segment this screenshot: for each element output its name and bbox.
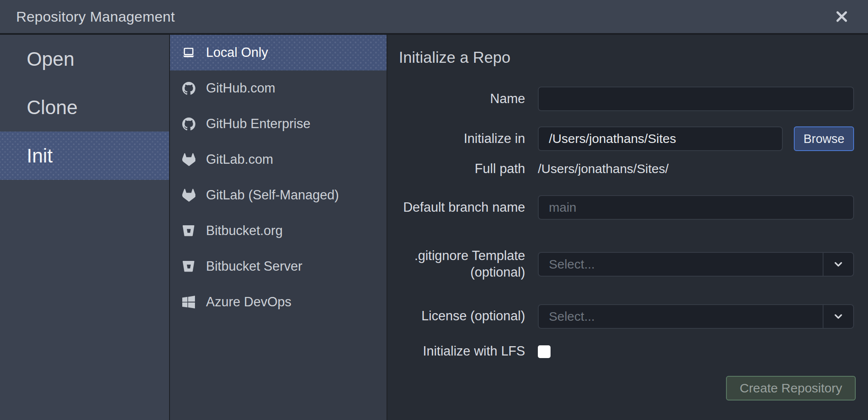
initialize-in-label: Initialize in bbox=[399, 131, 525, 147]
provider-item-bitbucket-server[interactable]: Bitbucket Server bbox=[170, 249, 387, 284]
chevron-down-icon bbox=[823, 305, 853, 328]
github-icon bbox=[182, 81, 195, 95]
name-input[interactable] bbox=[538, 87, 854, 111]
chevron-down-icon bbox=[823, 253, 853, 276]
github-icon bbox=[182, 117, 195, 131]
create-repository-button[interactable]: Create Repository bbox=[726, 376, 856, 400]
gitignore-label: .gitignore Template (optional) bbox=[399, 248, 525, 281]
license-label: License (optional) bbox=[399, 308, 525, 325]
provider-label: Local Only bbox=[206, 45, 268, 60]
nav-item-clone-label: Clone bbox=[27, 96, 78, 119]
provider-label: Azure DevOps bbox=[206, 294, 292, 310]
left-nav: Open Clone Init bbox=[0, 35, 170, 420]
provider-item-local-only[interactable]: Local Only bbox=[170, 35, 387, 70]
default-branch-row: Default branch name bbox=[399, 195, 856, 220]
provider-label: GitHub.com bbox=[206, 81, 275, 96]
close-icon[interactable] bbox=[832, 7, 851, 26]
gitignore-select-value: Select... bbox=[549, 257, 595, 272]
initialize-in-row: Initialize in Browse bbox=[399, 126, 856, 151]
gitignore-row: .gitignore Template (optional) Select... bbox=[399, 248, 856, 281]
full-path-row: Full path /Users/jonathans/Sites/ bbox=[399, 160, 856, 178]
provider-label: GitHub Enterprise bbox=[206, 116, 310, 132]
license-row: License (optional) Select... bbox=[399, 304, 856, 329]
license-select[interactable]: Select... bbox=[538, 304, 854, 329]
provider-item-github-enterprise[interactable]: GitHub Enterprise bbox=[170, 106, 387, 142]
lfs-label: Initialize with LFS bbox=[399, 343, 525, 360]
repository-management-dialog: Repository Management Open Clone Init bbox=[0, 0, 868, 420]
browse-button[interactable]: Browse bbox=[794, 126, 854, 151]
default-branch-input[interactable] bbox=[538, 195, 854, 220]
nav-item-init[interactable]: Init bbox=[0, 132, 169, 180]
lfs-row: Initialize with LFS bbox=[399, 343, 856, 360]
laptop-icon bbox=[182, 46, 195, 59]
provider-item-gitlab-com[interactable]: GitLab.com bbox=[170, 142, 387, 177]
provider-label: GitLab.com bbox=[206, 152, 273, 167]
gitignore-select[interactable]: Select... bbox=[538, 252, 854, 277]
bitbucket-icon bbox=[182, 224, 195, 238]
full-path-value: /Users/jonathans/Sites/ bbox=[538, 162, 668, 176]
license-select-value: Select... bbox=[549, 309, 595, 324]
lfs-checkbox[interactable] bbox=[538, 345, 551, 358]
nav-item-clone[interactable]: Clone bbox=[0, 83, 169, 132]
nav-item-open-label: Open bbox=[27, 48, 75, 70]
name-row: Name bbox=[399, 87, 856, 111]
panel-title: Initialize a Repo bbox=[399, 48, 856, 68]
initialize-in-input[interactable] bbox=[538, 126, 783, 151]
submit-row: Create Repository bbox=[399, 376, 856, 400]
provider-item-bitbucket-org[interactable]: Bitbucket.org bbox=[170, 213, 387, 249]
provider-item-azure-devops[interactable]: Azure DevOps bbox=[170, 284, 387, 320]
nav-item-open[interactable]: Open bbox=[0, 35, 169, 83]
provider-item-gitlab-self-managed[interactable]: GitLab (Self-Managed) bbox=[170, 177, 387, 213]
gitlab-icon bbox=[182, 188, 195, 202]
provider-label: Bitbucket.org bbox=[206, 223, 283, 238]
dialog-body: Open Clone Init Local Only bbox=[0, 35, 868, 420]
provider-list: Local Only GitHub.com GitHub Enterprise bbox=[170, 35, 387, 420]
nav-item-init-label: Init bbox=[27, 144, 53, 167]
dialog-titlebar: Repository Management bbox=[0, 0, 868, 35]
provider-label: GitLab (Self-Managed) bbox=[206, 188, 339, 203]
full-path-label: Full path bbox=[399, 161, 525, 177]
provider-label: Bitbucket Server bbox=[206, 259, 302, 274]
default-branch-label: Default branch name bbox=[399, 199, 525, 216]
azure-devops-icon bbox=[182, 295, 195, 309]
bitbucket-icon bbox=[182, 260, 195, 273]
name-label: Name bbox=[399, 91, 525, 107]
provider-item-github-com[interactable]: GitHub.com bbox=[170, 70, 387, 106]
dialog-title: Repository Management bbox=[16, 8, 175, 25]
gitlab-icon bbox=[182, 153, 195, 166]
init-repo-panel: Initialize a Repo Name Initialize in Bro… bbox=[387, 35, 868, 420]
